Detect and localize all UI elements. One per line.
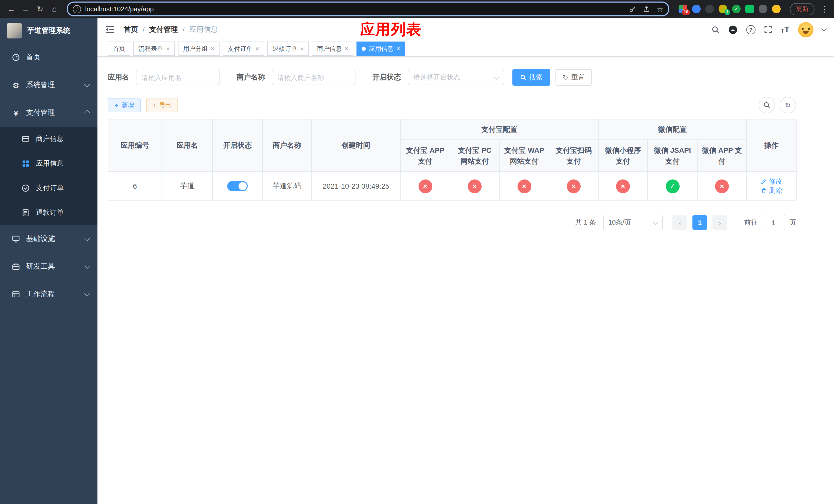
page-size-select[interactable]: 10条/页 (603, 215, 663, 230)
breadcrumb-home[interactable]: 首页 (124, 25, 138, 34)
font-size-icon[interactable]: тT (781, 25, 789, 33)
app-frame: 芋道管理系统 首页 ⚙ 系统管理 ¥ 支付管理 (0, 18, 834, 504)
search-icon (763, 101, 770, 109)
close-icon[interactable]: × (211, 46, 214, 52)
sidebar-item-dev-tools[interactable]: 研发工具 (0, 253, 97, 280)
status-toggle[interactable] (227, 181, 248, 191)
extension-check-icon[interactable]: ✓ (732, 5, 741, 13)
yen-icon: ¥ (12, 109, 20, 117)
merchant-name-label: 商户名称 (237, 73, 265, 82)
tab-refund-order[interactable]: 退款订单 × (267, 42, 309, 56)
status-disabled-icon: × (616, 179, 630, 193)
table-tools: ↻ (759, 97, 796, 113)
sidebar-item-app-info[interactable]: 应用信息 (0, 151, 97, 176)
refresh-icon: ↻ (785, 101, 791, 109)
sidebar-item-home[interactable]: 首页 (0, 44, 97, 71)
tab-pay-order[interactable]: 支付订单 × (223, 42, 264, 56)
extension-pin-icon[interactable] (759, 5, 767, 13)
browser-update-button[interactable]: 更新 (790, 3, 814, 15)
sidebar-item-refund-order[interactable]: 退款订单 (0, 201, 97, 225)
home-button[interactable]: ⌂ (48, 3, 61, 15)
cell-app-name: 芋道 (162, 171, 213, 201)
breadcrumb-current: 应用信息 (189, 25, 218, 34)
cell-actions: 修改 删除 (747, 171, 796, 201)
page-number-button[interactable]: 1 (693, 215, 707, 230)
sidebar-item-payment[interactable]: ¥ 支付管理 (0, 99, 97, 127)
github-icon[interactable] (728, 25, 738, 34)
col-alipay-app: 支付宝 APP 支付 (400, 140, 450, 171)
dashboard-icon (12, 53, 20, 62)
bookmark-star-icon[interactable]: ☆ (657, 5, 663, 13)
extension-avatar-icon[interactable]: 1 (719, 5, 727, 13)
sidebar-item-workflow[interactable]: 工作流程 (0, 280, 97, 308)
browser-menu-icon[interactable]: ⋮ (821, 4, 829, 14)
forward-button[interactable]: → (20, 3, 32, 15)
extension-drop-icon[interactable] (692, 5, 701, 13)
cell-create-time: 2021-10-23 08:49:25 (312, 171, 400, 201)
chevron-down-icon (84, 291, 90, 297)
extension-emoji-icon[interactable] (772, 5, 781, 13)
sidebar-item-pay-order[interactable]: 支付订单 (0, 176, 97, 201)
delete-button[interactable]: 删除 (761, 186, 782, 196)
col-alipay-qr: 支付宝扫码支付 (549, 140, 598, 171)
extension-grid-icon[interactable]: 10 (679, 5, 687, 13)
search-button[interactable]: 搜索 (512, 69, 550, 86)
add-button[interactable]: + 新增 (108, 98, 140, 112)
status-disabled-icon: × (468, 179, 482, 193)
download-icon: ↓ (153, 102, 156, 108)
col-wechat-jsapi: 微信 JSAPI 支付 (648, 140, 697, 171)
reset-button[interactable]: ↻ 重置 (555, 69, 592, 86)
cell-merchant-name: 芋道源码 (262, 171, 312, 201)
avatar-caret-icon[interactable] (821, 26, 827, 31)
back-button[interactable]: ← (5, 3, 18, 15)
sidebar-item-system[interactable]: ⚙ 系统管理 (0, 71, 97, 99)
refresh-table-button[interactable]: ↻ (780, 97, 796, 113)
extension-chat-icon[interactable] (745, 5, 754, 13)
app-name-input[interactable] (136, 70, 220, 85)
sidebar-toggle-icon[interactable] (105, 25, 115, 34)
close-icon[interactable]: × (345, 46, 348, 52)
tab-merchant-info[interactable]: 商户信息 × (312, 42, 353, 56)
col-alipay-wap: 支付宝 WAP 网站支付 (499, 140, 549, 171)
logo-image (7, 23, 22, 39)
extension-dark-icon[interactable] (705, 5, 714, 13)
address-bar[interactable]: i localhost:1024/pay/app ☆ (67, 2, 670, 17)
site-info-icon[interactable]: i (73, 5, 81, 13)
close-icon[interactable]: × (256, 46, 259, 52)
help-icon[interactable]: ? (746, 25, 755, 34)
status-select[interactable]: 请选择开启状态 (408, 70, 504, 85)
merchant-name-input[interactable] (272, 70, 355, 85)
cell-wechat-lite: × (598, 171, 648, 201)
url-text[interactable]: localhost:1024/pay/app (85, 5, 154, 13)
breadcrumb-payment[interactable]: 支付管理 (149, 25, 178, 34)
tab-flow-form[interactable]: 流程表单 × (133, 42, 175, 56)
plus-icon: + (114, 101, 118, 109)
goto-page-input[interactable] (762, 215, 785, 230)
tab-user-group[interactable]: 用户分组 × (178, 42, 220, 56)
user-avatar[interactable] (798, 22, 813, 37)
extension-badge: 1 (724, 9, 730, 15)
search-icon[interactable] (711, 25, 720, 33)
edit-button[interactable]: 修改 (761, 177, 782, 186)
goto-page: 前往 页 (744, 215, 796, 230)
toggle-search-button[interactable] (759, 97, 775, 113)
active-tab-dot (361, 47, 366, 51)
fullscreen-icon[interactable] (764, 26, 772, 33)
close-icon[interactable]: × (396, 46, 400, 52)
close-icon[interactable]: × (300, 46, 304, 52)
export-button[interactable]: ↓ 导出 (146, 98, 178, 112)
sidebar-item-merchant-info[interactable]: 商户信息 (0, 127, 97, 151)
password-key-icon[interactable] (629, 5, 637, 13)
omnibox-actions: ☆ (629, 5, 663, 13)
reload-button[interactable]: ↻ (34, 3, 46, 15)
chevron-down-icon (494, 74, 500, 80)
tab-app-info[interactable]: 应用信息 × (356, 42, 405, 56)
tab-home[interactable]: 首页 (108, 42, 130, 56)
logo: 芋道管理系统 (0, 18, 97, 44)
next-page-button[interactable]: › (712, 215, 727, 230)
close-icon[interactable]: × (166, 46, 170, 52)
prev-page-button[interactable]: ‹ (673, 215, 687, 230)
sidebar-item-infrastructure[interactable]: 基础设施 (0, 225, 97, 253)
share-icon[interactable] (643, 5, 651, 13)
breadcrumb: 首页 / 支付管理 / 应用信息 (124, 25, 218, 34)
